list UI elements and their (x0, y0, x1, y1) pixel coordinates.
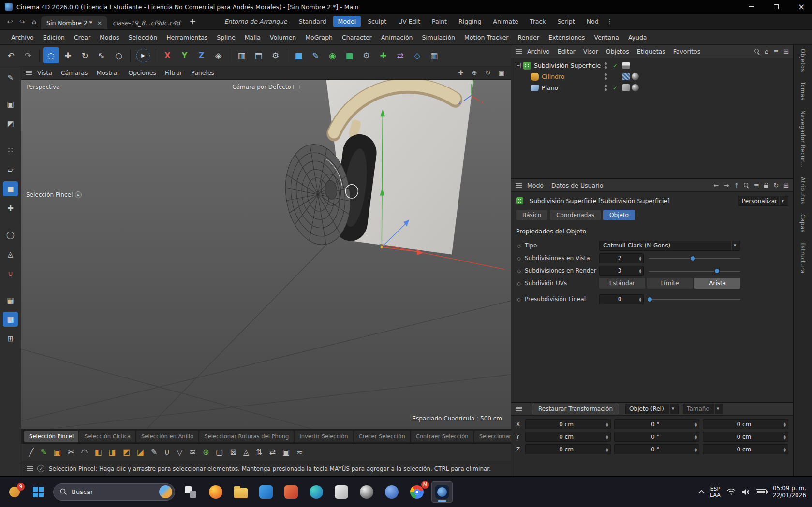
menu-spline[interactable]: Spline (212, 32, 239, 43)
up-icon[interactable]: ↑ (734, 182, 739, 189)
menu-ayuda[interactable]: Ayuda (624, 32, 651, 43)
bridge-icon[interactable]: ◪ (137, 448, 144, 457)
keyframe-diamond-icon[interactable] (516, 243, 522, 248)
texture-mode-icon[interactable]: ◯ (3, 227, 18, 242)
cinema4d-taskbar-icon[interactable] (431, 481, 453, 503)
live-selection-icon[interactable]: ◌ (43, 47, 59, 63)
edge-icon[interactable] (306, 481, 327, 503)
simulate-play-icon[interactable]: ▶ (136, 49, 150, 62)
popout-icon[interactable]: ⊞ (783, 48, 789, 55)
untriangulate-icon[interactable]: ◬ (243, 448, 249, 457)
om-menu-archivo[interactable]: Archivo (523, 46, 554, 57)
render-settings-icon[interactable]: ⚙ (267, 47, 283, 63)
home-icon[interactable]: ⌂ (28, 14, 40, 29)
menu-simulacion[interactable]: Simulación (417, 32, 459, 43)
panel-tab-capas[interactable]: Capas (799, 214, 806, 232)
visibility-dot[interactable] (605, 66, 607, 69)
object-row-subdivision-superficie[interactable]: −Subdivisión Superficie✓ (511, 60, 793, 71)
character-icon[interactable]: ⇄ (392, 47, 408, 63)
zoom-view-icon[interactable]: ⊕ (470, 68, 479, 78)
language-indicator[interactable]: ESP LAA (710, 486, 721, 498)
generator-icon[interactable]: ■ (341, 47, 357, 63)
uv-tag-icon[interactable] (622, 73, 630, 80)
panel-grip-icon[interactable] (516, 49, 522, 54)
spinner-icon[interactable] (639, 297, 641, 302)
keyframe-diamond-icon[interactable] (516, 297, 522, 302)
model-mode-icon[interactable]: ▣ (3, 97, 18, 112)
extrude-inner-icon[interactable]: ◨ (109, 448, 116, 457)
layout-model[interactable]: Model (333, 16, 361, 27)
spinner-icon[interactable] (695, 435, 697, 439)
taskbar-clock[interactable]: 05:09 p. m. 22/01/2026 (773, 485, 806, 499)
snap-icon[interactable]: ▦ (3, 312, 18, 327)
draw-points-icon[interactable]: ✎ (151, 448, 157, 457)
size-mode-dropdown[interactable]: Tamaño (683, 404, 723, 414)
axis-mode-icon[interactable]: ✚ (3, 201, 18, 216)
magnet-mode-icon[interactable]: ∪ (3, 266, 18, 281)
lock-z-axis-icon[interactable]: Z (193, 47, 209, 63)
viewport-menu-paneles[interactable]: Paneles (187, 68, 219, 78)
object-row-plano[interactable]: Plano✓ (511, 82, 793, 93)
line-cut-icon[interactable]: ╱ (29, 448, 34, 457)
menu-crear[interactable]: Crear (70, 32, 95, 43)
layout-paint[interactable]: Paint (427, 16, 452, 27)
wifi-icon[interactable] (727, 489, 736, 495)
spinner-icon[interactable] (606, 447, 608, 452)
command-seleccion-pincel[interactable]: Selección Pincel (24, 431, 78, 442)
layout-track[interactable]: Track (525, 16, 551, 27)
am-menu-modo[interactable]: Modo (523, 180, 547, 190)
polygons-mode-icon[interactable]: ■ (3, 181, 18, 196)
menu-character[interactable]: Character (338, 32, 376, 43)
pan-view-icon[interactable]: ✚ (456, 68, 466, 78)
menu-archivo[interactable]: Archivo (7, 32, 38, 43)
quantize-icon[interactable]: ⊞ (3, 331, 18, 346)
task-view-icon[interactable] (180, 481, 201, 503)
slider-knob[interactable] (647, 297, 652, 302)
panel-tab-tomas[interactable]: Tomas (799, 82, 806, 101)
om-menu-objetos[interactable]: Objetos (602, 46, 633, 57)
viewport-menu-opciones[interactable]: Opciones (124, 68, 161, 78)
view-label[interactable]: Perspectiva (26, 84, 59, 90)
popout-icon[interactable]: ⊞ (783, 182, 789, 189)
volume-icon[interactable] (742, 489, 750, 495)
sub-render-field[interactable]: 3 (599, 266, 644, 276)
layout-rigging[interactable]: Rigging (454, 16, 486, 27)
lock-icon[interactable] (764, 183, 768, 188)
panel-tab-estructura[interactable]: Estructura (799, 242, 806, 274)
taskbar-search[interactable]: Buscar (53, 483, 175, 501)
make-editable-icon[interactable]: ✎ (3, 70, 18, 85)
file-explorer-icon[interactable] (230, 481, 251, 503)
spinner-icon[interactable] (639, 268, 641, 273)
undo-icon[interactable]: ↶ (3, 47, 19, 63)
camera-label[interactable]: Cámara por Defecto (232, 84, 299, 90)
mail-icon[interactable] (255, 481, 277, 503)
attr-tab-coordenadas[interactable]: Coordenadas (550, 210, 601, 220)
command-contraer-seleccion[interactable]: Contraer Selección (411, 431, 473, 442)
menu-malla[interactable]: Malla (240, 32, 265, 43)
toggle-view-icon[interactable]: ▣ (497, 68, 506, 78)
menu-motion-tracker[interactable]: Motion Tracker (460, 32, 513, 43)
start-button[interactable] (28, 482, 48, 502)
coord-y-scale-field[interactable]: 0 cm (703, 432, 788, 442)
firefox-icon[interactable] (205, 481, 226, 503)
visibility-dot[interactable] (605, 62, 607, 65)
coord-x-scale-field[interactable]: 0 cm (703, 419, 788, 429)
menu-render[interactable]: Render (513, 32, 544, 43)
battery-icon[interactable] (756, 489, 767, 494)
search-icon[interactable] (744, 183, 749, 188)
menu-edicion[interactable]: Edición (39, 32, 69, 43)
simulation-icon[interactable]: ✚ (375, 47, 391, 63)
document-tab-sin-nombre-2[interactable]: Sin Nombre 2 *× (41, 16, 107, 29)
tool-options-icon[interactable] (75, 191, 82, 198)
chrome-icon[interactable]: M (406, 481, 428, 503)
layout-animate[interactable]: Animate (488, 16, 523, 27)
close-button[interactable] (791, 0, 812, 14)
delete-icon[interactable]: ⊠ (230, 448, 236, 457)
smooth-icon[interactable]: ▽ (177, 448, 182, 457)
enable-check-icon[interactable]: ✓ (609, 85, 621, 91)
menu-mograph[interactable]: MoGraph (301, 32, 337, 43)
menu-herramientas[interactable]: Herramientas (162, 32, 212, 43)
spinner-icon[interactable] (695, 422, 697, 427)
visibility-dot[interactable] (605, 77, 607, 80)
coord-z-rotation-field[interactable]: 0 ° (614, 444, 700, 454)
